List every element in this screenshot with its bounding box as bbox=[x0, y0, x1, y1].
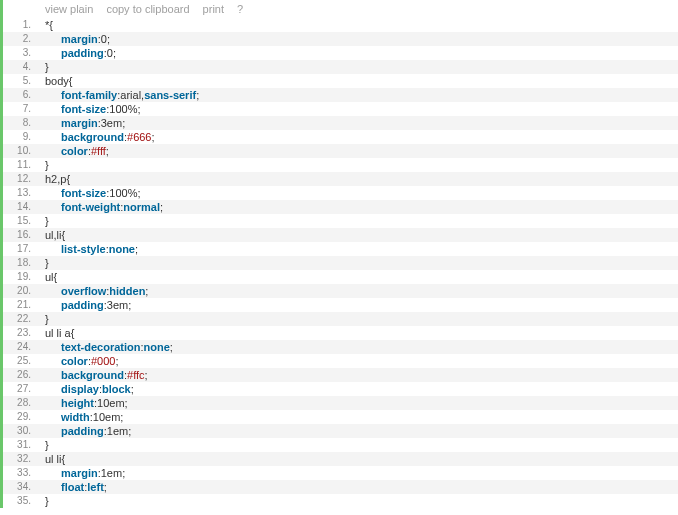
line-number: 3. bbox=[3, 46, 39, 60]
code-line: background:#ffc; bbox=[39, 368, 678, 382]
token-hex: #ffc bbox=[127, 369, 145, 381]
token-plain: 100% bbox=[109, 187, 137, 199]
token-plain: 3em bbox=[101, 117, 122, 129]
print-link[interactable]: print bbox=[203, 3, 224, 15]
token-plain: 10em bbox=[93, 411, 121, 423]
token-plain: ; bbox=[135, 243, 138, 255]
line-number: 35. bbox=[3, 494, 39, 508]
token-hex: #666 bbox=[127, 131, 151, 143]
code-line: float:left; bbox=[39, 480, 678, 494]
token-plain: h2,p{ bbox=[45, 173, 70, 185]
token-plain: :arial, bbox=[117, 89, 144, 101]
line-number: 6. bbox=[3, 88, 39, 102]
line-number: 21. bbox=[3, 298, 39, 312]
line-number: 9. bbox=[3, 130, 39, 144]
token-plain: ; bbox=[113, 47, 116, 59]
token-kw: font-weight bbox=[61, 201, 120, 213]
code-line: ul{ bbox=[39, 270, 678, 284]
token-plain: ; bbox=[145, 369, 148, 381]
code-line: h2,p{ bbox=[39, 172, 678, 186]
line-number: 19. bbox=[3, 270, 39, 284]
code-line: margin:0; bbox=[39, 32, 678, 46]
line-number: 10. bbox=[3, 144, 39, 158]
line-number: 1. bbox=[3, 18, 39, 32]
token-plain: ; bbox=[137, 103, 140, 115]
code-line: height:10em; bbox=[39, 396, 678, 410]
token-plain: ; bbox=[125, 397, 128, 409]
code-line: padding:0; bbox=[39, 46, 678, 60]
token-kw: background bbox=[61, 131, 124, 143]
token-plain: } bbox=[45, 159, 49, 171]
token-hex: #000 bbox=[91, 355, 115, 367]
code-line: padding:3em; bbox=[39, 298, 678, 312]
token-plain: 100% bbox=[109, 103, 137, 115]
token-kw: padding bbox=[61, 47, 104, 59]
code-line: width:10em; bbox=[39, 410, 678, 424]
token-val: none bbox=[144, 341, 170, 353]
token-kw: background bbox=[61, 369, 124, 381]
token-plain: 3em bbox=[107, 299, 128, 311]
line-number: 12. bbox=[3, 172, 39, 186]
code-line: text-decoration:none; bbox=[39, 340, 678, 354]
token-plain: ; bbox=[120, 411, 123, 423]
code-line: font-weight:normal; bbox=[39, 200, 678, 214]
line-number: 34. bbox=[3, 480, 39, 494]
line-number: 16. bbox=[3, 228, 39, 242]
token-plain: ; bbox=[122, 117, 125, 129]
code-line: } bbox=[39, 438, 678, 452]
token-kw: color bbox=[61, 355, 88, 367]
token-plain: } bbox=[45, 61, 49, 73]
view-plain-link[interactable]: view plain bbox=[45, 3, 93, 15]
token-kw: color bbox=[61, 145, 88, 157]
token-plain: ; bbox=[128, 299, 131, 311]
token-plain: ; bbox=[137, 187, 140, 199]
help-link[interactable]: ? bbox=[237, 3, 243, 15]
token-val: sans-serif bbox=[144, 89, 196, 101]
line-number: 11. bbox=[3, 158, 39, 172]
token-kw: width bbox=[61, 411, 90, 423]
token-kw: font-family bbox=[61, 89, 117, 101]
code-line: padding:1em; bbox=[39, 424, 678, 438]
token-kw: margin bbox=[61, 117, 98, 129]
token-kw: padding bbox=[61, 425, 104, 437]
code-line: overflow:hidden; bbox=[39, 284, 678, 298]
code-line: } bbox=[39, 214, 678, 228]
token-val: normal bbox=[123, 201, 160, 213]
line-number: 14. bbox=[3, 200, 39, 214]
code-line: } bbox=[39, 312, 678, 326]
code-line: color:#fff; bbox=[39, 144, 678, 158]
token-plain: } bbox=[45, 215, 49, 227]
code-line: } bbox=[39, 158, 678, 172]
code-line: } bbox=[39, 256, 678, 270]
token-kw: float bbox=[61, 481, 84, 493]
code-viewer: 1.2.3.4.5.6.7.8.9.10.11.12.13.14.15.16.1… bbox=[0, 0, 678, 508]
token-kw: font-size bbox=[61, 187, 106, 199]
line-number: 29. bbox=[3, 410, 39, 424]
line-number: 33. bbox=[3, 466, 39, 480]
line-number: 25. bbox=[3, 354, 39, 368]
token-plain: ; bbox=[106, 145, 109, 157]
token-plain: } bbox=[45, 439, 49, 451]
line-number: 27. bbox=[3, 382, 39, 396]
token-plain: 1em bbox=[101, 467, 122, 479]
token-plain: ; bbox=[115, 355, 118, 367]
token-kw: padding bbox=[61, 299, 104, 311]
token-val: block bbox=[102, 383, 131, 395]
code-line: ul li a{ bbox=[39, 326, 678, 340]
token-kw: display bbox=[61, 383, 99, 395]
token-val: none bbox=[109, 243, 135, 255]
token-val: hidden bbox=[109, 285, 145, 297]
token-plain: ; bbox=[160, 201, 163, 213]
token-plain: body{ bbox=[45, 75, 73, 87]
line-number: 23. bbox=[3, 326, 39, 340]
line-number: 17. bbox=[3, 242, 39, 256]
token-plain: *{ bbox=[45, 19, 53, 31]
code-line: font-family:arial,sans-serif; bbox=[39, 88, 678, 102]
token-plain: ul li{ bbox=[45, 453, 65, 465]
copy-clipboard-link[interactable]: copy to clipboard bbox=[106, 3, 189, 15]
token-plain: } bbox=[45, 313, 49, 325]
token-plain: ; bbox=[196, 89, 199, 101]
line-number: 31. bbox=[3, 438, 39, 452]
token-val: left bbox=[87, 481, 104, 493]
line-number: 5. bbox=[3, 74, 39, 88]
